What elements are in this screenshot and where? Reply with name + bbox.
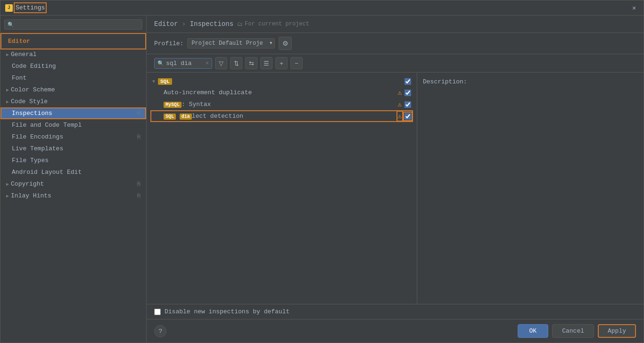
sidebar-item-live-templates[interactable]: Live Templates [0, 143, 146, 155]
sql-small-badge: SQL [164, 114, 176, 120]
sidebar-item-label: General [11, 51, 37, 58]
warning-icon: ⚠ [398, 100, 402, 108]
sidebar-item-label: Code Editing [12, 63, 56, 70]
close-button[interactable]: × [629, 3, 639, 13]
filter-button[interactable]: ▽ [215, 57, 227, 69]
copy-icon: ⎘ [137, 193, 140, 199]
auto-increment-checkbox[interactable] [405, 90, 411, 96]
tree-item-auto-increment[interactable]: Auto-increment duplicate ⚠ [150, 87, 413, 98]
tree-item-mysql-syntax[interactable]: MySQL: Syntax ⚠ [150, 98, 413, 110]
sidebar-editor-header[interactable]: Editor [2, 35, 144, 48]
sidebar-item-label: Inlay Hints [11, 192, 51, 199]
inspections-toolbar: 🔍 × ▽ ⇅ ⇆ ☰ + − [147, 54, 644, 73]
dia-badge: dia [180, 114, 192, 120]
sidebar-item-label: Font [12, 74, 26, 82]
description-title: Description: [423, 78, 638, 85]
breadcrumb-section: Inspections [190, 20, 233, 28]
sidebar-item-label: File and Code Templ [12, 122, 82, 129]
sidebar-item-android-layout[interactable]: Android Layout Edit [0, 166, 146, 178]
title-bar: J Settings × [0, 0, 644, 16]
tree-item-label: MySQL: Syntax [164, 101, 395, 108]
title-bar-left: J Settings [5, 4, 45, 12]
tree-item-sql-dialect[interactable]: SQL dialect detection ⚠ [150, 110, 413, 122]
sidebar-item-file-encodings[interactable]: File Encodings ⎘ [0, 131, 146, 143]
add-button[interactable]: + [275, 57, 288, 69]
sidebar-search-bar: 🔍 [0, 16, 146, 34]
right-panel: Editor › Inspections 🗂 For current proje… [147, 16, 644, 343]
sidebar-item-label: Inspections [12, 110, 52, 117]
sidebar-item-copyright[interactable]: ▶ Copyright ⎘ [0, 178, 146, 190]
arrow-icon: ▶ [6, 52, 9, 57]
sidebar-item-font[interactable]: Font [0, 72, 146, 84]
sidebar-item-color-scheme[interactable]: ▶ Color Scheme [0, 84, 146, 96]
mysql-syntax-checkbox[interactable] [405, 101, 411, 108]
main-content: 🔍 Editor ▶ General Code Editing Font ▶ C… [0, 16, 644, 343]
remove-button[interactable]: − [290, 57, 303, 69]
search-filter-wrap: 🔍 × [154, 58, 212, 69]
warning-icon: ⚠ [398, 89, 402, 97]
disable-new-inspections-checkbox[interactable] [154, 309, 161, 315]
tree-item-label: SQL dialect detection [164, 113, 395, 120]
tree-panel: ▼ SQL Auto-increment duplicate ⚠ MySQL: … [147, 73, 417, 304]
sidebar-item-inspections[interactable]: Inspections ⎘ [0, 107, 146, 119]
profile-select[interactable]: Project Default Proje [187, 38, 275, 49]
arrow-icon: ▶ [6, 181, 9, 187]
breadcrumb-editor: Editor [154, 20, 178, 28]
inspections-content: ▼ SQL Auto-increment duplicate ⚠ MySQL: … [147, 73, 644, 304]
help-button[interactable]: ? [154, 325, 166, 337]
breadcrumb-separator: › [182, 20, 186, 28]
copy-icon: ⎘ [137, 181, 140, 188]
breadcrumb: Editor › Inspections [154, 20, 233, 28]
sidebar-search-wrap: 🔍 [4, 19, 142, 30]
tree-item-label: Auto-increment duplicate [164, 89, 395, 96]
expand-all-button[interactable]: ⇅ [230, 57, 242, 69]
arrow-icon: ▶ [6, 193, 9, 199]
filter-search-icon: 🔍 [157, 60, 164, 66]
app-icon: J [5, 4, 13, 12]
for-current-project: 🗂 For current project [237, 21, 309, 28]
profile-select-wrap: Project Default Proje [187, 38, 275, 49]
footer-left: ? [154, 325, 166, 337]
sidebar-item-label: File Encodings [12, 133, 63, 140]
sidebar-item-inlay-hints[interactable]: ▶ Inlay Hints ⎘ [0, 190, 146, 202]
sql-category-badge: SQL [158, 78, 172, 85]
settings-dialog: J Settings × 🔍 Editor ▶ General [0, 0, 644, 343]
sidebar-item-label: Live Templates [12, 145, 63, 152]
panel-header: Editor › Inspections 🗂 For current proje… [147, 16, 644, 33]
sidebar-search-input[interactable] [16, 21, 139, 28]
apply-button[interactable]: Apply [598, 324, 636, 338]
bottom-bar: Disable new inspections by default [147, 304, 644, 319]
cancel-button[interactable]: Cancel [552, 324, 594, 338]
sql-dialect-checkbox[interactable] [405, 113, 411, 120]
sidebar-item-general[interactable]: ▶ General [0, 49, 146, 60]
sidebar-item-label: Code Style [11, 98, 48, 105]
dialog-footer: ? OK Cancel Apply [147, 319, 644, 343]
tree-category-sql[interactable]: ▼ SQL [150, 76, 413, 87]
clear-filter-button[interactable]: × [206, 60, 209, 66]
sidebar-item-label: Android Layout Edit [12, 169, 82, 176]
sidebar-item-code-style[interactable]: ▶ Code Style [0, 96, 146, 107]
project-icon: 🗂 [237, 21, 243, 28]
arrow-icon: ▶ [6, 99, 9, 105]
profile-label: Profile: [154, 40, 183, 47]
dialog-title: Settings [16, 4, 45, 11]
sql-category-checkbox[interactable] [405, 78, 411, 85]
title-bar-right: × [629, 3, 639, 13]
description-panel: Description: [417, 73, 644, 304]
sidebar-item-code-editing[interactable]: Code Editing [0, 60, 146, 72]
sidebar-item-label: Copyright [11, 180, 44, 188]
edit-button[interactable]: ☰ [260, 57, 272, 69]
sidebar-item-file-types[interactable]: File Types [0, 155, 146, 166]
warning-icon-highlighted: ⚠ [398, 112, 402, 120]
sidebar-search-icon: 🔍 [8, 22, 14, 28]
sidebar-item-file-code-templ[interactable]: File and Code Templ [0, 119, 146, 131]
sidebar: 🔍 Editor ▶ General Code Editing Font ▶ C… [0, 16, 147, 343]
copy-icon: ⎘ [137, 134, 140, 140]
ok-button[interactable]: OK [518, 324, 549, 338]
disable-new-inspections-label: Disable new inspections by default [165, 308, 289, 315]
collapse-all-button[interactable]: ⇆ [245, 57, 257, 69]
gear-button[interactable]: ⚙ [279, 37, 292, 50]
profile-row: Profile: Project Default Proje ⚙ [147, 33, 644, 54]
copy-icon: ⎘ [137, 110, 140, 117]
filter-search-input[interactable] [166, 60, 204, 67]
